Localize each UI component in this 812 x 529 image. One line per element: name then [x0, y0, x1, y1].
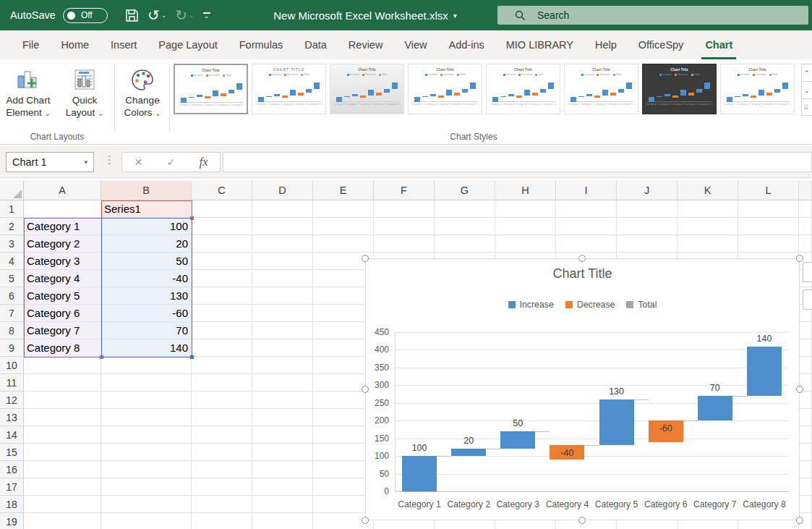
- cell-G3[interactable]: [435, 235, 495, 253]
- cell-C1[interactable]: [192, 200, 252, 218]
- chart-resize-handle-7[interactable]: [578, 517, 586, 524]
- cell-A8[interactable]: Category 7: [24, 322, 101, 339]
- cell-E3[interactable]: [313, 235, 374, 253]
- tab-officespy[interactable]: OfficeSpy: [628, 30, 695, 59]
- chart-style-thumbnail-8[interactable]: Chart TitleIncreaseDecreaseTotalCategory…: [720, 64, 795, 114]
- change-colors-button[interactable]: ChangeColors ⌄: [117, 62, 168, 136]
- insert-function-button[interactable]: fx: [195, 156, 213, 169]
- cell-partial-16[interactable]: [799, 461, 812, 478]
- cell-B16[interactable]: [101, 461, 192, 478]
- bar-category-8[interactable]: [747, 347, 782, 396]
- row-header-12[interactable]: 12: [0, 392, 24, 409]
- cell-B3[interactable]: 20: [101, 235, 192, 253]
- column-header-H[interactable]: H: [495, 181, 556, 200]
- cell-H2[interactable]: [495, 218, 556, 235]
- cell-D12[interactable]: [252, 392, 313, 409]
- cell-E1[interactable]: [313, 200, 374, 218]
- row-header-9[interactable]: 9: [0, 339, 24, 357]
- cell-A16[interactable]: [24, 461, 101, 478]
- column-header-C[interactable]: C: [192, 181, 252, 200]
- chart-legend[interactable]: IncreaseDecreaseTotal: [366, 300, 799, 310]
- column-header-E[interactable]: E: [313, 181, 374, 200]
- legend-item-increase[interactable]: Increase: [508, 300, 554, 310]
- cell-D2[interactable]: [252, 218, 313, 235]
- row-header-10[interactable]: 10: [0, 357, 24, 374]
- cell-partial-2[interactable]: [799, 218, 812, 235]
- select-all-corner[interactable]: [0, 181, 24, 200]
- row-header-2[interactable]: 2: [0, 218, 24, 235]
- cell-B11[interactable]: [101, 374, 192, 392]
- cell-I2[interactable]: [556, 218, 617, 235]
- cell-partial-10[interactable]: [799, 357, 812, 374]
- bar-category-2[interactable]: [451, 449, 486, 456]
- cell-L3[interactable]: [738, 235, 799, 253]
- cell-partial-12[interactable]: [799, 392, 812, 409]
- cell-partial-3[interactable]: [799, 235, 812, 253]
- column-header-F[interactable]: F: [374, 181, 435, 200]
- cell-C16[interactable]: [192, 461, 252, 478]
- tab-file[interactable]: File: [12, 30, 50, 59]
- chart-style-thumbnail-6[interactable]: Chart TitleIncreaseDecreaseTotalCategory…: [564, 64, 638, 114]
- cell-D11[interactable]: [252, 374, 313, 392]
- cell-D10[interactable]: [252, 357, 313, 374]
- cell-H3[interactable]: [495, 235, 556, 253]
- enter-button[interactable]: ✓: [163, 156, 180, 168]
- cell-B10[interactable]: [101, 357, 192, 374]
- cell-A12[interactable]: [24, 392, 101, 409]
- column-header-partial[interactable]: [799, 181, 812, 200]
- cell-C17[interactable]: [192, 478, 252, 496]
- cell-C5[interactable]: [192, 270, 252, 287]
- tab-formulas[interactable]: Formulas: [228, 30, 294, 59]
- cell-C3[interactable]: [192, 235, 252, 253]
- cell-B8[interactable]: 70: [101, 322, 192, 339]
- cell-J3[interactable]: [617, 235, 678, 253]
- cell-C10[interactable]: [192, 357, 252, 374]
- cell-partial-13[interactable]: [799, 409, 812, 426]
- cell-B2[interactable]: 100: [101, 218, 192, 235]
- cell-C12[interactable]: [192, 392, 252, 409]
- cell-partial-15[interactable]: [799, 444, 812, 461]
- cell-B17[interactable]: [101, 478, 192, 496]
- row-header-13[interactable]: 13: [0, 409, 24, 426]
- row-header-18[interactable]: 18: [0, 496, 24, 513]
- row-header-6[interactable]: 6: [0, 287, 24, 305]
- cell-G2[interactable]: [435, 218, 495, 235]
- cell-A2[interactable]: Category 1: [24, 218, 101, 235]
- cell-C13[interactable]: [192, 409, 252, 426]
- cell-C7[interactable]: [192, 305, 252, 322]
- column-header-D[interactable]: D: [252, 181, 313, 200]
- cell-I1[interactable]: [556, 200, 617, 218]
- chart-style-thumbnail-7[interactable]: Chart TitleIncreaseDecreaseTotalCategory…: [642, 64, 717, 114]
- cell-C19[interactable]: [192, 513, 252, 529]
- cell-D4[interactable]: [252, 253, 313, 270]
- tab-chart[interactable]: Chart: [694, 30, 743, 59]
- chart-elements-button[interactable]: [803, 262, 812, 282]
- chart-resize-handle-1[interactable]: [362, 255, 369, 262]
- column-header-B[interactable]: B: [101, 181, 192, 200]
- cell-K2[interactable]: [678, 218, 738, 235]
- column-header-G[interactable]: G: [435, 181, 495, 200]
- cell-B4[interactable]: 50: [101, 253, 192, 270]
- row-header-8[interactable]: 8: [0, 322, 24, 339]
- cell-D8[interactable]: [252, 322, 313, 339]
- cell-D14[interactable]: [252, 426, 313, 444]
- cell-A15[interactable]: [24, 444, 101, 461]
- bar-category-7[interactable]: [698, 396, 732, 420]
- row-header-11[interactable]: 11: [0, 374, 24, 392]
- cell-D7[interactable]: [252, 305, 313, 322]
- autosave-toggle[interactable]: Off: [63, 8, 108, 23]
- add-chart-element-button[interactable]: Add ChartElement ⌄: [1, 62, 55, 136]
- cell-B9[interactable]: 140: [101, 339, 192, 357]
- cell-D1[interactable]: [252, 200, 313, 218]
- chart-resize-handle-8[interactable]: [796, 517, 803, 524]
- chart-resize-handle-2[interactable]: [578, 255, 586, 262]
- chart-style-thumbnail-1[interactable]: Chart TitleIncreaseDecreaseTotalCategory…: [174, 64, 248, 114]
- undo-button[interactable]: ↺⌄: [145, 7, 169, 24]
- cell-B5[interactable]: -40: [101, 270, 192, 287]
- cell-I3[interactable]: [556, 235, 617, 253]
- cell-A9[interactable]: Category 8: [24, 339, 101, 357]
- cell-C15[interactable]: [192, 444, 252, 461]
- row-header-17[interactable]: 17: [0, 478, 24, 496]
- cell-A5[interactable]: Category 4: [24, 270, 101, 287]
- chart-resize-handle-4[interactable]: [362, 386, 369, 393]
